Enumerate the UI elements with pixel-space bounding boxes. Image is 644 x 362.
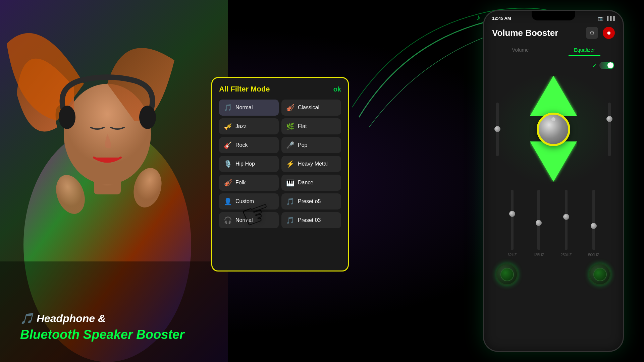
filter-item-pop[interactable]: 🎤 Pop bbox=[281, 137, 341, 153]
filter-label-dance: Dance bbox=[298, 180, 313, 186]
svg-marker-13 bbox=[530, 141, 577, 182]
bottom-knobs-row bbox=[489, 260, 618, 289]
filter-icon-pop: 🎤 bbox=[286, 141, 294, 149]
app-header: Volume Booster ⚙ ⏺ bbox=[489, 23, 618, 44]
filter-icon-rock: 🎸 bbox=[224, 141, 232, 149]
svg-text:♪: ♪ bbox=[476, 13, 480, 22]
hz-slider-500[interactable]: 500HZ bbox=[588, 190, 599, 257]
filter-icon-custom: 👤 bbox=[224, 197, 232, 205]
hz-slider-250[interactable]: 250HZ bbox=[560, 190, 572, 257]
filter-label-normal: Normal bbox=[235, 105, 253, 111]
eq-hz-row: 62HZ 125HZ 250HZ bbox=[489, 190, 618, 257]
eq-toggle[interactable] bbox=[599, 62, 614, 69]
filter-modal: All Filter Mode ok 🎵 Normal 🎻 Classical … bbox=[211, 77, 349, 272]
phone-status-icons: 📷 ▐▐▐ bbox=[598, 16, 615, 21]
filter-item-folk[interactable]: 🎻 Folk bbox=[219, 175, 279, 191]
header-icons: ⚙ ⏺ bbox=[586, 27, 615, 39]
woman-background bbox=[0, 0, 228, 362]
filter-item-preset03[interactable]: 🎵 Preset 03 bbox=[281, 212, 341, 228]
filter-item-flat[interactable]: 🌿 Flat bbox=[281, 118, 341, 134]
svg-rect-11 bbox=[0, 261, 228, 362]
filter-item-dance[interactable]: 🎹 Dance bbox=[281, 175, 341, 191]
eq-visual-area bbox=[489, 72, 618, 186]
hz-slider-125[interactable]: 125HZ bbox=[533, 190, 544, 257]
down-arrow bbox=[530, 141, 577, 183]
filter-modal-title: All Filter Mode bbox=[219, 85, 270, 94]
filter-label-flat: Flat bbox=[298, 123, 307, 129]
filter-label-classical: Classical bbox=[298, 105, 319, 111]
filter-label-heavymetal: Heavy Metal bbox=[298, 161, 328, 167]
filter-icon-folk: 🎻 bbox=[224, 179, 232, 187]
filter-item-heavymetal[interactable]: ⚡ Heavy Metal bbox=[281, 156, 341, 172]
filter-item-jazz[interactable]: 🎺 Jazz bbox=[219, 118, 279, 134]
left-slider[interactable] bbox=[496, 103, 499, 156]
filter-label-rock: Rock bbox=[235, 142, 248, 148]
filter-icon-classical: 🎻 bbox=[286, 104, 294, 112]
app-title: Volume Booster bbox=[492, 28, 558, 38]
filter-icon-normal: 🎵 bbox=[224, 104, 232, 112]
filter-label-hiphop: Hip Hop bbox=[235, 161, 255, 167]
svg-point-7 bbox=[59, 106, 75, 129]
filter-icon-normal2: 🎧 bbox=[224, 216, 232, 224]
filter-grid: 🎵 Normal 🎻 Classical 🎺 Jazz 🌿 Flat 🎸 Roc… bbox=[219, 100, 341, 228]
filter-ok-button[interactable]: ok bbox=[333, 85, 341, 93]
filter-icon-flat: 🌿 bbox=[286, 122, 294, 130]
eq-checkmark: ✓ bbox=[592, 62, 597, 69]
signal-icon: ▐▐▐ bbox=[605, 16, 615, 21]
record-button[interactable]: ⏺ bbox=[603, 27, 615, 39]
filter-icon-heavymetal: ⚡ bbox=[286, 160, 294, 168]
filter-label-pop: Pop bbox=[298, 142, 307, 148]
gear-button[interactable]: ⚙ bbox=[586, 27, 598, 39]
tab-volume[interactable]: Volume bbox=[506, 44, 534, 56]
filter-icon-dance: 🎹 bbox=[286, 179, 294, 187]
bluetooth-line: Bluetooth Speaker Booster bbox=[20, 327, 184, 342]
svg-marker-12 bbox=[530, 76, 577, 116]
phone-notch bbox=[532, 11, 575, 20]
filter-icon-hiphop: 🎙️ bbox=[224, 160, 232, 168]
svg-point-8 bbox=[139, 106, 156, 129]
bottom-knob-2[interactable] bbox=[589, 263, 611, 285]
filter-item-hiphop[interactable]: 🎙️ Hip Hop bbox=[219, 156, 279, 172]
filter-icon-preset03: 🎵 bbox=[286, 216, 294, 224]
bottom-left-text-area: 🎵 Headphone & Bluetooth Speaker Booster bbox=[20, 312, 184, 342]
filter-label-preset03: Preset 03 bbox=[298, 217, 321, 223]
filter-icon-preset05: 🎵 bbox=[286, 197, 294, 205]
up-arrow bbox=[530, 76, 577, 117]
filter-label-jazz: Jazz bbox=[235, 123, 247, 129]
filter-item-normal[interactable]: 🎵 Normal bbox=[219, 100, 279, 116]
filter-item-classical[interactable]: 🎻 Classical bbox=[281, 100, 341, 116]
headphone-line: 🎵 Headphone & bbox=[20, 312, 184, 325]
filter-header: All Filter Mode ok bbox=[219, 85, 341, 94]
phone-time: 12:45 AM bbox=[492, 16, 511, 21]
phone-mockup: 12:45 AM 📷 ▐▐▐ Volume Booster ⚙ ⏺ Volume… bbox=[483, 10, 624, 352]
volume-knob[interactable] bbox=[537, 113, 570, 146]
bottom-knob-1[interactable] bbox=[496, 263, 518, 285]
filter-label-folk: Folk bbox=[235, 180, 246, 186]
hz-slider-62[interactable]: 62HZ bbox=[508, 190, 517, 257]
tab-equalizer[interactable]: Equalizer bbox=[569, 44, 600, 56]
filter-item-preset05[interactable]: 🎵 Preset o5 bbox=[281, 193, 341, 209]
phone-tabs: Volume Equalizer bbox=[489, 44, 618, 56]
filter-item-rock[interactable]: 🎸 Rock bbox=[219, 137, 279, 153]
phone-content: Volume Booster ⚙ ⏺ Volume Equalizer ✓ bbox=[484, 23, 623, 289]
filter-icon-jazz: 🎺 bbox=[224, 122, 232, 130]
right-slider[interactable] bbox=[608, 103, 611, 156]
camera-icon: 📷 bbox=[598, 16, 603, 21]
filter-label-preset05: Preset o5 bbox=[298, 198, 321, 204]
